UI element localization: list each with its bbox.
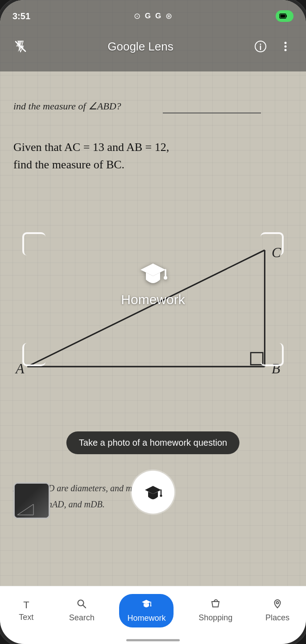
shutter-button[interactable] <box>132 471 174 514</box>
svg-point-9 <box>164 276 167 280</box>
svg-rect-17 <box>286 15 287 17</box>
text-tab-label: Text <box>19 613 33 622</box>
svg-point-26 <box>284 49 286 51</box>
homework-icon-large <box>139 259 167 288</box>
svg-text:C: C <box>272 245 281 260</box>
capture-bar <box>0 461 306 523</box>
google-icon-1: G <box>145 12 151 21</box>
screen-record-icon: ⊙ <box>134 11 141 21</box>
shopping-tab-label: Shopping <box>198 613 232 623</box>
svg-text:A: A <box>15 361 25 377</box>
tab-homework[interactable]: Homework <box>119 594 174 627</box>
question-2-text: Given that AC = 13 and AB = 12, find the… <box>13 138 169 173</box>
home-indicator <box>126 639 180 641</box>
svg-point-31 <box>150 605 152 606</box>
tennis-ball-icon: ⊛ <box>165 11 172 21</box>
tab-search[interactable]: Search <box>61 594 103 627</box>
homework-tab-icon <box>141 598 152 612</box>
shopping-tab-icon <box>211 599 220 611</box>
svg-marker-29 <box>142 600 151 604</box>
flash-off-button[interactable] <box>11 37 30 56</box>
svg-rect-18 <box>281 15 285 18</box>
svg-point-15 <box>160 495 162 497</box>
tab-shopping[interactable]: Shopping <box>190 594 240 627</box>
tab-bar: T Text Search <box>0 586 306 644</box>
battery-indicator <box>276 10 294 22</box>
search-tab-label: Search <box>69 613 95 623</box>
places-tab-label: Places <box>265 613 289 623</box>
tab-places[interactable]: Places <box>257 594 298 627</box>
homework-mode-overlay: Homework <box>0 259 306 307</box>
more-options-button[interactable] <box>276 37 295 56</box>
question-1-line <box>163 113 261 113</box>
search-tab-icon <box>77 599 87 611</box>
places-tab-icon <box>273 599 282 611</box>
question-1-text: ind the measure of ∠ABD? <box>13 100 121 112</box>
svg-marker-7 <box>141 263 165 276</box>
svg-line-28 <box>83 605 86 608</box>
svg-point-32 <box>277 602 279 604</box>
info-button[interactable] <box>251 37 270 56</box>
google-icon-2: G <box>155 12 161 21</box>
hint-tooltip: Take a photo of a homework question <box>66 431 240 454</box>
svg-text:B: B <box>272 361 280 377</box>
app-title: Google Lens <box>108 40 173 54</box>
lens-toolbar: Google Lens <box>0 32 306 61</box>
status-time: 3:51 <box>12 11 30 21</box>
svg-marker-13 <box>145 486 161 494</box>
camera-viewfinder: ind the measure of ∠ABD? Given that AC =… <box>0 0 306 586</box>
tab-text[interactable]: T Text <box>8 595 44 627</box>
svg-rect-3 <box>251 353 263 365</box>
status-bar: 3:51 ⊙ G G ⊛ <box>0 0 306 32</box>
svg-point-24 <box>284 42 286 44</box>
svg-point-22 <box>260 44 261 45</box>
phone-shell: ind the measure of ∠ABD? Given that AC =… <box>0 0 306 644</box>
svg-point-25 <box>284 46 286 48</box>
status-icons: ⊙ G G ⊛ <box>134 11 172 21</box>
homework-tab-label: Homework <box>127 614 165 623</box>
homework-label-overlay: Homework <box>121 292 185 307</box>
text-tab-icon: T <box>23 599 29 611</box>
phone-screen: ind the measure of ∠ABD? Given that AC =… <box>0 0 306 644</box>
